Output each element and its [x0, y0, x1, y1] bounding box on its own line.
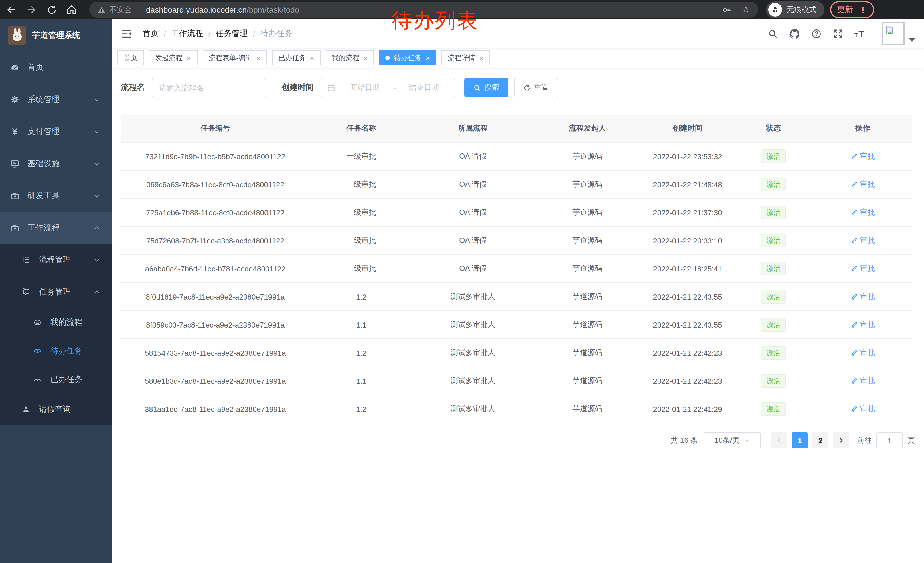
col-task-id: 任务编号 [121, 123, 310, 134]
create-time-label: 创建时间 [282, 83, 314, 93]
security-label[interactable]: 不安全 [110, 5, 132, 15]
sidebar: 芋道管理系统 首页 系统管理 [0, 20, 112, 563]
reset-button-label: 重置 [534, 83, 549, 93]
sidebar-item-infrastructure[interactable]: 基础设施 [0, 148, 112, 180]
approve-link[interactable]: 审批 [850, 404, 875, 414]
sidebar-item-todo-tasks[interactable]: 待办任务 [0, 337, 112, 365]
tag-initiate-process[interactable]: 发起流程× [149, 50, 197, 65]
date-range-picker[interactable]: 开始日期 - 结束日期 [321, 78, 455, 98]
sidebar-item-done-tasks[interactable]: 已办任务 [0, 365, 112, 394]
security-warning-icon[interactable] [98, 6, 106, 14]
search-icon[interactable] [767, 29, 778, 39]
task-id: 58154733-7ac8-11ec-a9e2-a2380e71991a [121, 348, 310, 357]
close-icon[interactable]: × [479, 54, 483, 62]
browser-reload-button[interactable] [46, 4, 57, 15]
tag-home[interactable]: 首页 [117, 50, 144, 65]
approve-link[interactable]: 审批 [850, 151, 875, 162]
sidebar-item-system-mgmt[interactable]: 系统管理 [0, 84, 112, 116]
avatar[interactable] [882, 23, 904, 45]
fullscreen-icon[interactable] [833, 29, 843, 39]
workflow-submenu: 流程管理 任务管理 [0, 244, 112, 425]
tag-todo-tasks[interactable]: 待办任务× [379, 50, 436, 65]
browser-forward-button[interactable] [26, 4, 37, 15]
close-icon[interactable]: × [310, 54, 314, 62]
tag-done-tasks[interactable]: 已办任务× [272, 50, 320, 65]
sidebar-item-task-mgmt[interactable]: 任务管理 [0, 276, 112, 308]
browser-update-menu-button[interactable]: 更新 ⋮ [830, 1, 874, 18]
browser-home-button[interactable] [66, 4, 77, 15]
approve-link[interactable]: 审批 [850, 236, 875, 246]
approve-link[interactable]: 审批 [850, 376, 875, 386]
update-label[interactable]: 更新 [837, 5, 853, 15]
url-path[interactable]: /bpm/task/todo [247, 5, 299, 14]
sidebar-item-home[interactable]: 首页 [0, 51, 112, 84]
app-logo-row[interactable]: 芋道管理系统 [0, 20, 112, 51]
sidebar-item-workflow[interactable]: 工作流程 [0, 212, 112, 244]
edit-pencil-icon [850, 265, 858, 272]
tag-process-form-edit[interactable]: 流程表单-编辑× [202, 50, 267, 65]
approve-link[interactable]: 审批 [850, 291, 875, 302]
address-bar[interactable]: 不安全 dashboard.yudao.iocoder.cn/bpm/task/… [89, 2, 758, 18]
browser-back-button[interactable] [6, 4, 17, 15]
approve-link[interactable]: 审批 [850, 207, 875, 218]
sidebar-item-dev-tools[interactable]: 研发工具 [0, 180, 112, 212]
approve-link[interactable]: 审批 [850, 348, 875, 358]
breadcrumb-task-mgmt[interactable]: 任务管理 [216, 29, 248, 39]
tag-my-process[interactable]: 我的流程× [326, 50, 374, 65]
sidebar-item-leave-query[interactable]: 请假查询 [0, 394, 112, 425]
sidebar-item-my-process[interactable]: 我的流程 [0, 308, 112, 337]
reset-button[interactable]: 重置 [514, 78, 558, 98]
status-badge: 激活 [761, 346, 786, 360]
close-icon[interactable]: × [256, 54, 261, 62]
search-button[interactable]: 搜索 [464, 78, 508, 98]
approve-link[interactable]: 审批 [850, 179, 875, 189]
sidebar-item-process-mgmt[interactable]: 流程管理 [0, 244, 112, 276]
help-icon[interactable] [811, 29, 821, 39]
eye-closed-icon [33, 375, 42, 384]
font-size-icon[interactable]: TT [855, 29, 864, 39]
task-process: OA 请假 [413, 236, 533, 246]
start-date-placeholder[interactable]: 开始日期 [340, 83, 390, 93]
bookmark-star-icon[interactable]: ☆ [742, 5, 750, 14]
close-icon[interactable]: × [363, 54, 368, 62]
prev-page-button[interactable] [771, 432, 787, 449]
close-icon[interactable]: × [426, 54, 430, 62]
breadcrumb-home[interactable]: 首页 [142, 29, 159, 39]
url-separator [138, 5, 139, 14]
github-icon[interactable] [789, 29, 800, 39]
page-button-2[interactable]: 2 [812, 432, 828, 449]
avatar-dropdown-caret-icon[interactable] [909, 38, 915, 42]
tag-label: 流程表单-编辑 [208, 53, 252, 63]
approve-link[interactable]: 审批 [850, 320, 875, 330]
task-initiator: 芋道源码 [533, 151, 642, 162]
chevron-down-icon [744, 438, 750, 443]
edit-pencil-icon [850, 405, 858, 413]
password-key-icon[interactable] [722, 5, 731, 15]
navbar-actions: TT [756, 23, 915, 45]
approve-label: 审批 [860, 376, 875, 386]
tag-process-detail[interactable]: 流程详情× [441, 50, 490, 65]
page-size-value: 10条/页 [714, 435, 740, 446]
breadcrumb-workflow[interactable]: 工作流程 [171, 29, 203, 39]
page-size-select[interactable]: 10条/页 [704, 432, 761, 449]
status-cell: 激活 [734, 318, 813, 332]
page-button-1[interactable]: 1 [792, 432, 808, 449]
goto-page-input[interactable] [876, 432, 903, 449]
close-icon[interactable]: × [187, 54, 191, 62]
breadcrumb-separator: / [164, 29, 166, 38]
task-id: 73211d9d-7b9b-11ec-b5b7-acde48001122 [121, 152, 310, 161]
task-name: 一级审批 [310, 151, 413, 162]
browser-menu-dots-icon[interactable]: ⋮ [859, 6, 867, 14]
sidebar-toggle-icon[interactable] [121, 28, 132, 39]
next-page-button[interactable] [833, 432, 849, 449]
url-host[interactable]: dashboard.yudao.iocoder.cn [146, 5, 247, 14]
process-name-input[interactable] [152, 78, 266, 98]
action-cell: 审批 [813, 151, 912, 162]
task-name: 1.1 [310, 377, 413, 385]
task-process: OA 请假 [413, 207, 533, 218]
end-date-placeholder[interactable]: 结束日期 [399, 83, 449, 93]
approve-link[interactable]: 审批 [850, 263, 875, 274]
sidebar-item-payment-mgmt[interactable]: 支付管理 [0, 116, 112, 148]
approve-label: 审批 [860, 179, 875, 189]
toolbox-icon [10, 191, 20, 200]
